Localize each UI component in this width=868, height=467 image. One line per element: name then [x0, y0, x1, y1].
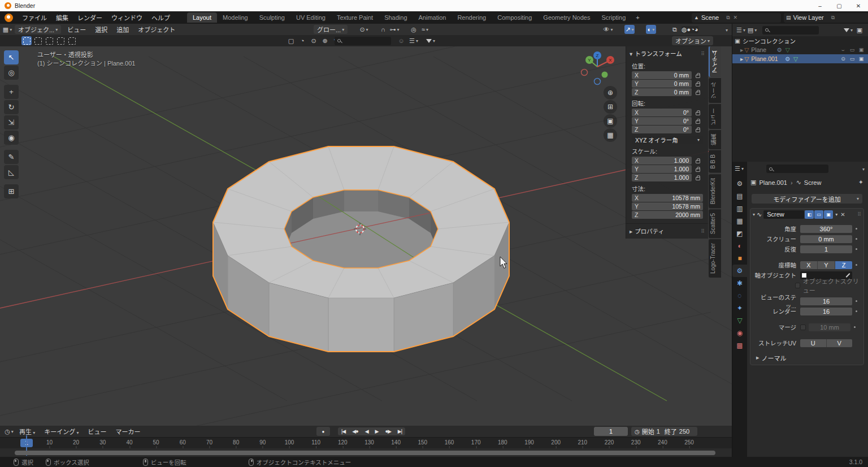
visibility-dropdown[interactable]: 👁 [603, 25, 613, 34]
disable-viewport-icon[interactable]: ▭ [848, 56, 857, 62]
minimize-button[interactable]: – [810, 0, 830, 11]
tool-button[interactable]: ✎ [4, 150, 19, 164]
modifier-close-icon[interactable]: ✕ [840, 211, 845, 218]
outliner-search-input[interactable] [762, 26, 819, 34]
xray-toggle[interactable]: ⧉ [670, 25, 680, 34]
add-modifier-button[interactable]: モディファイアーを追加 [752, 194, 862, 204]
tool-button[interactable]: ⇲ [4, 115, 19, 129]
list-dropdown-button[interactable]: ☰ [409, 36, 419, 45]
select-mode-extend-button[interactable] [33, 36, 43, 45]
tool-button[interactable]: ◉ [4, 131, 19, 145]
disable-viewport-icon[interactable]: ▭ [848, 47, 857, 53]
properties-tab[interactable]: ▤ [732, 190, 747, 202]
workspace-tab[interactable]: Scripting [596, 12, 631, 23]
end-value[interactable]: 250 [679, 428, 689, 435]
properties-search-input[interactable] [766, 165, 828, 173]
pivot-dropdown[interactable]: ⊙ [359, 25, 369, 34]
shading-mode-button[interactable]: ◍ [682, 26, 687, 33]
axis-button[interactable]: X [800, 261, 818, 269]
lock-icon[interactable] [696, 75, 700, 78]
outliner-scene-collection-row[interactable]: ▣ シーンコレクション [732, 36, 868, 45]
stretch-uv-button[interactable]: V [827, 339, 853, 347]
copy-viewlayer-icon[interactable]: ⧉ [830, 15, 836, 21]
lock-icon[interactable] [696, 120, 700, 124]
angle-field[interactable]: 360° [800, 225, 852, 233]
sidebar-tab[interactable]: BlenderKit [709, 174, 721, 208]
properties-editor-type-button[interactable]: ☰ [734, 164, 744, 173]
tool-header-icon[interactable]: ⊕ [320, 36, 330, 45]
properties-tab[interactable]: ▽ [732, 314, 747, 327]
sidebar-tab[interactable]: Scatter5 [709, 209, 721, 238]
sidebar-tab[interactable]: B B B [709, 150, 721, 173]
sidebar-tab[interactable]: ビュー [709, 104, 721, 129]
falloff-dropdown[interactable]: ≈ [420, 25, 430, 34]
scale-z-field[interactable]: Z1.000 [632, 174, 692, 181]
start-value[interactable]: 1 [657, 428, 660, 435]
animate-dot[interactable] [856, 300, 857, 302]
copy-scene-icon[interactable]: ⧉ [724, 15, 731, 21]
screw-field[interactable]: 0 mm [800, 235, 852, 243]
playback-button[interactable]: |◀ [338, 427, 349, 435]
menu-item[interactable]: ウィンドウ [107, 12, 147, 23]
modifier-editmode-toggle[interactable]: ◧ [805, 210, 814, 219]
delete-scene-icon[interactable]: ✕ [732, 15, 740, 20]
animate-dot[interactable] [856, 228, 857, 230]
viewport-nav-button[interactable]: ▦ [604, 128, 617, 142]
collapse-icon[interactable]: ▾ [753, 212, 755, 217]
maximize-button[interactable]: ▢ [830, 0, 849, 11]
filter-dropdown-button[interactable] [426, 36, 436, 45]
viewlayer-selector[interactable]: ▤ View Layer ⧉ [784, 13, 868, 23]
shading-mode-button[interactable]: ◔ [691, 26, 695, 33]
expand-icon[interactable]: ▸ [740, 55, 743, 62]
new-collection-button[interactable]: ▣ [854, 25, 865, 34]
add-workspace-button[interactable]: + [631, 14, 644, 21]
modifier-realtime-toggle[interactable]: ▭ [814, 210, 823, 219]
steps-render-field[interactable]: 16 [800, 308, 852, 315]
iterations-field[interactable]: 1 [800, 245, 852, 253]
orientation-dropdown[interactable]: グロー... [314, 25, 348, 34]
editor-type-button[interactable]: ▦ [2, 25, 12, 34]
workspace-tab[interactable]: Modeling [217, 12, 254, 23]
hide-eye-closed-icon[interactable]: ⌣ [839, 47, 848, 53]
properties-tab[interactable]: ▥ [732, 202, 747, 215]
current-frame-field[interactable]: 1 [594, 427, 628, 436]
timeline-menu-item[interactable]: マーカー [111, 426, 145, 437]
normals-subpanel-header[interactable]: ノーマル [750, 353, 863, 362]
workspace-tab[interactable]: Shading [379, 12, 413, 23]
mode-dropdown[interactable]: オブジェク... [15, 25, 61, 34]
tool-header-icon[interactable]: ⊙ [309, 36, 319, 45]
workspace-tab[interactable]: Geometry Nodes [537, 12, 596, 23]
properties-tab[interactable]: ◩ [732, 227, 747, 240]
sidebar-tab[interactable]: Logo-Tracer [709, 239, 721, 278]
breadcrumb-object[interactable]: Plane.001 [759, 179, 787, 186]
scale-x-field[interactable]: X1.000 [632, 157, 692, 165]
select-mode-intersect-button[interactable] [67, 36, 77, 45]
shading-mode-button[interactable]: ● [687, 26, 691, 33]
properties-options-icon[interactable] [861, 165, 865, 172]
outliner-object-row-plane[interactable]: ▸ ▽ Plane ⚙ ▽ ⌣ ▭ ▣ [732, 45, 868, 54]
modifier-grip-icon[interactable]: ⠿ [857, 211, 861, 217]
animate-dot[interactable] [856, 264, 857, 266]
pin-icon[interactable]: ✦ [858, 179, 863, 186]
lock-icon[interactable] [696, 177, 700, 180]
overlays-toggle[interactable]: ◐ [646, 25, 656, 34]
animate-dot[interactable] [856, 248, 857, 250]
mask-icon-button[interactable]: ☺ [396, 36, 406, 45]
modifier-name-field[interactable]: Screw [763, 210, 804, 219]
axis-button[interactable]: Y [818, 261, 835, 269]
location-x-field[interactable]: X0 mm [632, 71, 692, 79]
merge-checkbox[interactable] [800, 325, 806, 330]
outliner-filter-id-button[interactable]: ▤ [747, 25, 757, 34]
sidebar-tab[interactable]: アイテム [709, 46, 721, 77]
properties-tab[interactable]: ▦ [732, 215, 747, 227]
transform-panel-header[interactable]: トランスフォーム ⠿ [626, 46, 708, 59]
timeline-menu-item[interactable]: 再生 [15, 426, 40, 437]
playback-button[interactable]: ●▶ [381, 427, 394, 435]
disable-render-icon[interactable]: ▣ [857, 47, 866, 53]
auto-keying-button[interactable]: ● [316, 427, 330, 436]
scene-selector[interactable]: ▲ Scene ⧉ ✕ [692, 13, 781, 23]
rotation-z-field[interactable]: Z0° [632, 126, 692, 133]
workspace-tab[interactable]: Animation [413, 12, 452, 23]
options-dropdown[interactable]: オプション [672, 36, 713, 45]
tool-button[interactable]: ↖ [4, 50, 19, 64]
